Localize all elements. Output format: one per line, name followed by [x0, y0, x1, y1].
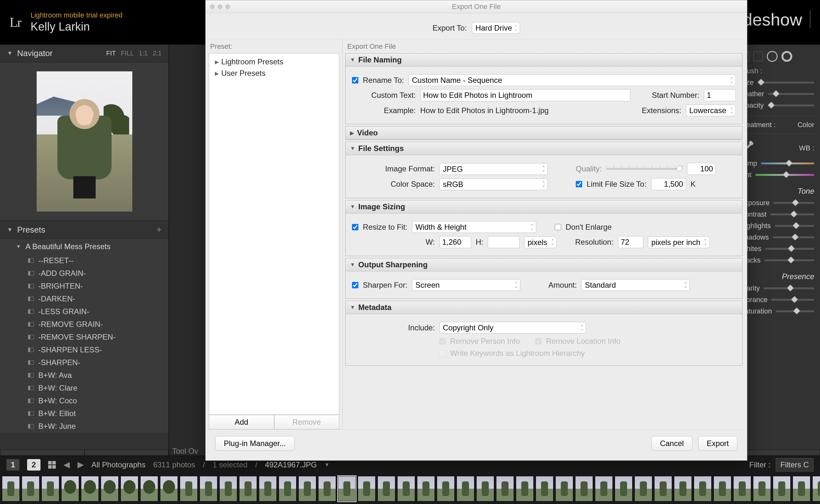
- chevron-right-icon: [215, 70, 219, 76]
- include-label: Include:: [352, 323, 435, 332]
- video-section: Video: [345, 126, 743, 140]
- minimize-icon[interactable]: [218, 4, 222, 9]
- include-select[interactable]: Copyright Only: [439, 322, 586, 334]
- resize-check[interactable]: [352, 224, 358, 230]
- resolution-unit-select[interactable]: pixels per inch: [648, 236, 710, 248]
- preset-label: Preset:: [206, 40, 342, 53]
- sharpen-for-select[interactable]: Screen: [412, 279, 520, 291]
- metadata-header[interactable]: Metadata: [345, 301, 742, 314]
- file-settings-section: File Settings Image Format: JPEG Quality…: [345, 142, 743, 198]
- rename-to-check[interactable]: [352, 77, 358, 83]
- custom-text-label: Custom Text:: [352, 91, 416, 100]
- dont-enlarge-check[interactable]: [555, 224, 561, 230]
- export-to-select[interactable]: Hard Drive: [472, 22, 520, 34]
- export-dialog: Export One File Export To: Hard Drive Pr…: [205, 0, 747, 461]
- output-sharpening-section: Output Sharpening Sharpen For: Screen Am…: [345, 258, 743, 299]
- image-format-select[interactable]: JPEG: [439, 163, 548, 175]
- example-label: Example:: [352, 106, 416, 115]
- remove-location-check: [535, 338, 542, 344]
- cancel-button[interactable]: Cancel: [651, 436, 693, 451]
- limit-filesize-check[interactable]: [576, 181, 582, 187]
- quality-slider[interactable]: [606, 168, 683, 170]
- zoom-icon[interactable]: [225, 4, 230, 9]
- sharpen-amount-label: Amount:: [548, 281, 577, 290]
- write-keywords-check: [439, 350, 446, 356]
- file-naming-section: File Naming Rename To: Custom Name - Seq…: [345, 53, 743, 124]
- remove-preset-button: Remove: [274, 415, 339, 429]
- dialog-right-column: Export One File File Naming Rename To: C…: [343, 40, 747, 429]
- limit-filesize-input[interactable]: [651, 178, 686, 190]
- plugin-manager-button[interactable]: Plug-in Manager...: [215, 436, 294, 451]
- resize-mode-select[interactable]: Width & Height: [412, 221, 536, 233]
- image-sizing-section: Image Sizing Resize to Fit: Width & Heig…: [345, 200, 743, 256]
- chevron-down-icon: [350, 204, 355, 210]
- dialog-footer: Plug-in Manager... Cancel Export: [206, 429, 747, 460]
- close-icon[interactable]: [210, 4, 214, 9]
- rename-to-select[interactable]: Custom Name - Sequence: [408, 74, 736, 86]
- export-button[interactable]: Export: [698, 436, 737, 451]
- w-label: W:: [352, 238, 435, 247]
- dialog-title: Export One File: [206, 3, 747, 11]
- quality-value[interactable]: [687, 163, 716, 175]
- color-space-label: Color Space:: [352, 180, 435, 189]
- remove-person-check: [439, 338, 446, 344]
- example-value: How to Edit Photos in Lightroom-1.jpg: [420, 106, 549, 115]
- dont-enlarge-label: Don't Enlarge: [566, 223, 612, 232]
- sharpen-for-label: Sharpen For:: [363, 281, 407, 290]
- output-sharpening-header[interactable]: Output Sharpening: [345, 258, 742, 271]
- workspace: Lr Lightroom mobile trial expired Kelly …: [0, 0, 820, 504]
- limit-filesize-label: Limit File Size To:: [587, 180, 647, 189]
- resolution-label: Resolution:: [575, 238, 613, 247]
- remove-person-label: Remove Person Info: [450, 337, 520, 346]
- chevron-down-icon: [350, 57, 355, 63]
- quality-label: Quality:: [576, 164, 602, 173]
- height-input[interactable]: [488, 236, 520, 248]
- export-to-label: Export To:: [433, 24, 467, 32]
- sharpen-amount-select[interactable]: Standard: [581, 279, 690, 291]
- preset-tree[interactable]: Lightroom Presets User Presets: [209, 53, 339, 415]
- export-to-row: Export To: Hard Drive: [206, 13, 747, 40]
- image-format-label: Image Format:: [352, 164, 435, 173]
- dialog-titlebar: Export One File: [206, 0, 747, 13]
- chevron-right-icon: [350, 130, 354, 136]
- custom-text-input[interactable]: [420, 89, 630, 101]
- dialog-backdrop: Export One File Export To: Hard Drive Pr…: [0, 0, 820, 504]
- window-controls: [210, 4, 230, 9]
- chevron-right-icon: [215, 59, 219, 65]
- color-space-select[interactable]: sRGB: [439, 178, 548, 190]
- start-number-input[interactable]: [704, 89, 736, 101]
- preset-node[interactable]: User Presets: [213, 68, 335, 79]
- resolution-input[interactable]: [618, 236, 643, 248]
- rename-to-label: Rename To:: [363, 76, 404, 85]
- resize-label: Resize to Fit:: [363, 223, 407, 232]
- sharpen-check[interactable]: [352, 282, 358, 288]
- chevron-down-icon: [350, 305, 355, 310]
- preset-add-remove: Add Remove: [209, 415, 339, 429]
- preset-node[interactable]: Lightroom Presets: [213, 56, 335, 68]
- h-label: H:: [476, 238, 483, 247]
- file-settings-header[interactable]: File Settings: [345, 142, 742, 155]
- dialog-right-label: Export One File: [343, 40, 747, 53]
- metadata-section: Metadata Include: Copyright Only Remove …: [345, 301, 743, 366]
- limit-filesize-unit: K: [691, 180, 696, 189]
- remove-location-label: Remove Location Info: [546, 337, 621, 346]
- dialog-sections-scroll[interactable]: File Naming Rename To: Custom Name - Seq…: [345, 53, 743, 428]
- file-naming-header[interactable]: File Naming: [345, 54, 742, 67]
- video-header[interactable]: Video: [345, 126, 742, 140]
- add-preset-button[interactable]: Add: [209, 415, 274, 429]
- start-number-label: Start Number:: [652, 91, 700, 100]
- extensions-select[interactable]: Lowercase: [686, 104, 736, 116]
- chevron-down-icon: [350, 146, 355, 151]
- dialog-left-column: Preset: Lightroom Presets User Presets A…: [206, 40, 343, 429]
- extensions-label: Extensions:: [642, 106, 681, 115]
- dialog-body: Preset: Lightroom Presets User Presets A…: [206, 40, 747, 429]
- width-input[interactable]: [439, 236, 471, 248]
- chevron-down-icon: [350, 262, 355, 268]
- write-keywords-label: Write Keywords as Lightroom Hierarchy: [450, 349, 585, 358]
- image-sizing-header[interactable]: Image Sizing: [345, 200, 742, 213]
- wh-unit-select[interactable]: pixels: [524, 236, 557, 248]
